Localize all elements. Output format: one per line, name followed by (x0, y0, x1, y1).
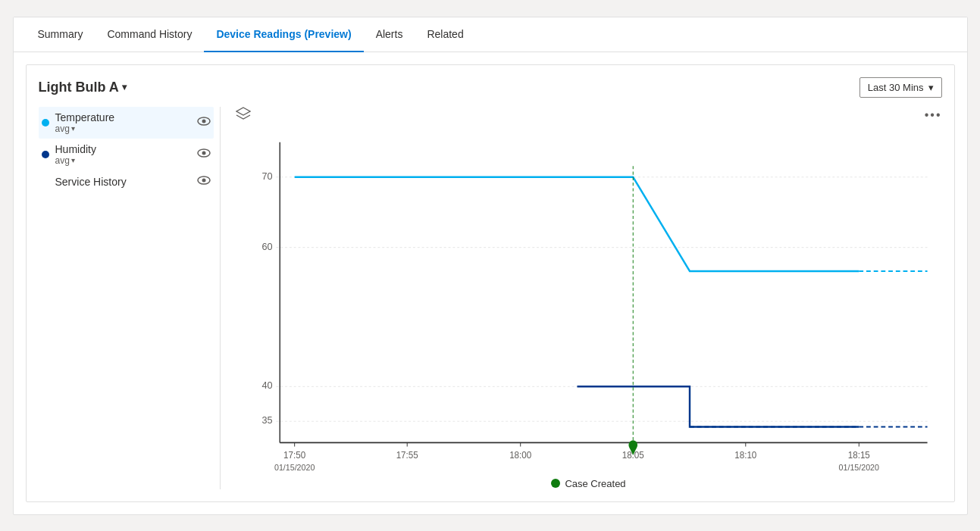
svg-text:70: 70 (261, 170, 272, 182)
tab-bar: Summary Command History Device Readings … (14, 17, 967, 52)
svg-text:17:55: 17:55 (396, 449, 418, 460)
tab-device-readings[interactable]: Device Readings (Preview) (204, 17, 363, 52)
svg-text:18:10: 18:10 (734, 449, 756, 460)
more-options-icon[interactable]: ••• (925, 108, 942, 122)
time-range-arrow: ▾ (928, 82, 934, 93)
svg-text:40: 40 (261, 380, 272, 392)
legend-item-service-history[interactable]: Service History (39, 170, 214, 193)
legend-sub-arrow-temperature[interactable]: ▾ (71, 124, 75, 133)
eye-icon-service-history[interactable] (197, 175, 211, 189)
legend-dot-humidity (42, 151, 49, 158)
svg-point-5 (202, 178, 205, 182)
eye-icon-temperature[interactable] (197, 116, 211, 130)
svg-text:01/15/2020: 01/15/2020 (838, 462, 878, 471)
tab-command-history[interactable]: Command History (95, 17, 204, 52)
time-range-button[interactable]: Last 30 Mins ▾ (859, 77, 942, 98)
legend-sub-humidity: avg ▾ (55, 155, 96, 166)
svg-text:17:50: 17:50 (283, 449, 305, 460)
layers-icon[interactable] (236, 107, 251, 123)
annotation-label: Case Created (565, 478, 625, 489)
legend-name-humidity: Humidity (55, 143, 96, 155)
legend-name-temperature: Temperature (55, 111, 115, 123)
device-title-text: Light Bulb A (39, 80, 119, 95)
svg-text:01/15/2020: 01/15/2020 (274, 462, 314, 471)
device-title[interactable]: Light Bulb A ▾ (39, 80, 127, 95)
app-container: Summary Command History Device Readings … (13, 17, 968, 515)
svg-point-34 (551, 479, 560, 488)
svg-point-3 (202, 151, 205, 155)
svg-text:35: 35 (261, 414, 272, 426)
legend-sub-temperature: avg ▾ (55, 123, 115, 134)
tab-related[interactable]: Related (415, 17, 475, 52)
svg-marker-6 (236, 108, 250, 115)
eye-icon-humidity[interactable] (197, 148, 211, 161)
main-content: Light Bulb A ▾ Last 30 Mins ▾ (14, 52, 967, 514)
line-chart: 35 40 60 70 17:50 01/ (236, 127, 942, 490)
tab-alerts[interactable]: Alerts (364, 17, 415, 52)
chart-header: Light Bulb A ▾ Last 30 Mins ▾ (39, 77, 942, 98)
time-range-label: Last 30 Mins (868, 82, 924, 93)
svg-text:18:00: 18:00 (509, 449, 531, 460)
chart-body: Temperature avg ▾ (39, 107, 942, 489)
chart-toolbar: ••• (236, 107, 942, 123)
legend-sub-arrow-humidity[interactable]: ▾ (71, 156, 75, 164)
device-dropdown-arrow[interactable]: ▾ (122, 82, 127, 92)
legend-name-service-history: Service History (55, 176, 127, 188)
svg-text:60: 60 (261, 240, 272, 252)
legend-item-temperature[interactable]: Temperature avg ▾ (39, 107, 214, 139)
legend-dot-temperature (42, 119, 49, 127)
legend-panel: Temperature avg ▾ (39, 107, 221, 489)
tab-summary[interactable]: Summary (26, 17, 95, 52)
legend-item-humidity[interactable]: Humidity avg ▾ (39, 139, 214, 170)
chart-area: ••• (221, 107, 942, 489)
chart-card: Light Bulb A ▾ Last 30 Mins ▾ (26, 64, 955, 502)
svg-point-1 (202, 119, 205, 123)
svg-text:18:15: 18:15 (847, 449, 869, 460)
